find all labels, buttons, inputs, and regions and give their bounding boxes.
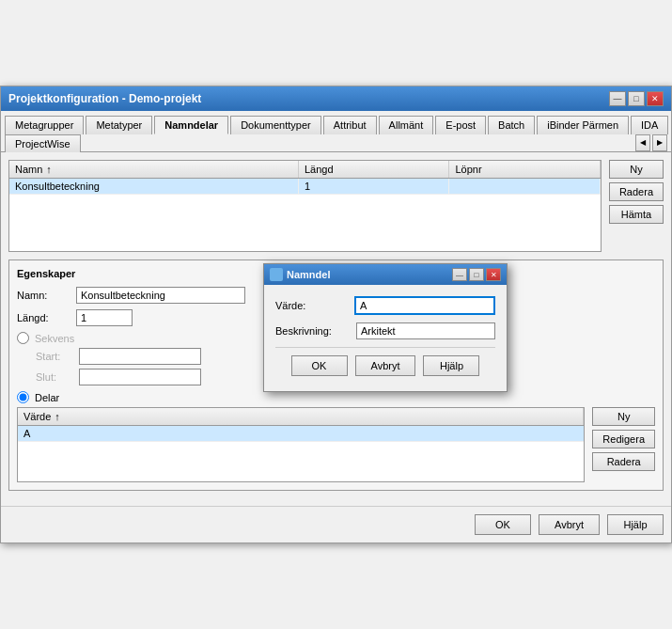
modal-icon [270,268,283,281]
modal-minimize[interactable]: — [452,268,467,281]
modal-hjalp-button[interactable]: Hjälp [423,355,479,376]
modal-beskrivning-input[interactable] [356,322,495,339]
modal-buttons: OK Avbryt Hjälp [275,347,495,380]
modal-varde-input[interactable] [354,296,495,315]
modal-varde-label: Värde: [275,300,349,311]
modal-controls: — □ ✕ [452,268,501,281]
modal-ok-button[interactable]: OK [291,355,348,376]
modal-content: Värde: Beskrivning: OK Avbryt Hjälp [264,285,507,391]
modal-title-bar: Namndel — □ ✕ [264,264,507,285]
namndel-dialog: Namndel — □ ✕ Värde: Beskrivning: OK Avb… [263,263,508,392]
modal-avbryt-button[interactable]: Avbryt [355,355,416,376]
modal-title-left: Namndel [270,268,330,281]
modal-beskrivning-row: Beskrivning: [275,322,495,339]
modal-varde-row: Värde: [275,296,495,315]
modal-close[interactable]: ✕ [486,268,501,281]
modal-title: Namndel [287,269,330,280]
modal-overlay: Namndel — □ ✕ Värde: Beskrivning: OK Avb… [0,0,672,629]
modal-beskrivning-label: Beskrivning: [275,325,351,337]
modal-maximize[interactable]: □ [469,268,484,281]
